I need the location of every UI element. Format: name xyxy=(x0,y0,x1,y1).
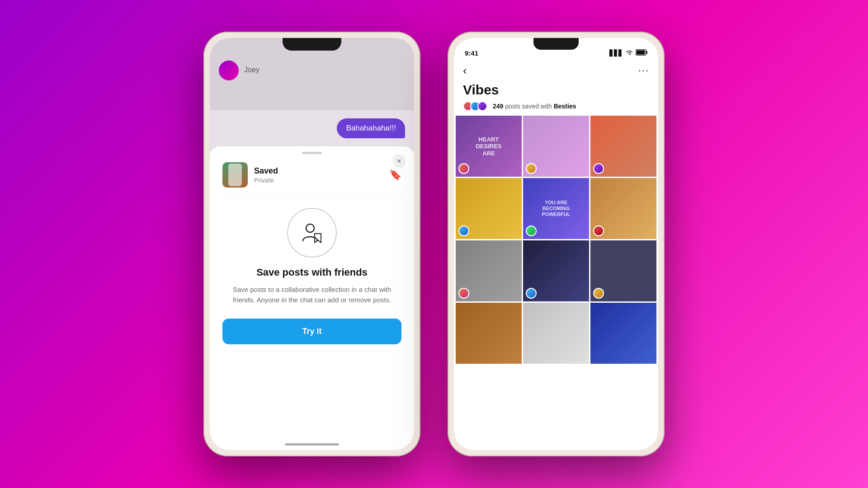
right-screen: 9:41 ▋▋▋ ‹ ··· Vibes xyxy=(454,38,658,450)
grid-cell-2 xyxy=(523,116,589,177)
back-button[interactable]: ‹ xyxy=(463,64,467,78)
modal-sheet: Saved Private 🔖 × xyxy=(210,146,414,450)
vibes-header: Vibes 249 posts saved with Besties xyxy=(454,80,658,116)
left-content: Joey Bahahahaha!!! Saved Priva xyxy=(210,38,414,450)
chat-contact-name: Joey xyxy=(244,66,259,74)
notch-left xyxy=(283,38,341,51)
svg-rect-3 xyxy=(637,51,645,55)
feature-icon-wrap xyxy=(287,208,337,258)
status-time: 9:41 xyxy=(465,49,478,57)
grid-avatar-9 xyxy=(593,288,604,299)
modal-heading: Save posts with friends xyxy=(256,267,368,278)
group-name: Besties xyxy=(554,103,576,110)
saved-title: Saved xyxy=(254,166,383,176)
vibes-title: Vibes xyxy=(463,82,649,98)
photo-grid: HEARTDESIRESARE YOU AREBECOMINGPOWERFUL xyxy=(454,116,658,450)
vibes-count: 249 posts saved with Besties xyxy=(493,103,576,110)
posts-label: posts saved with xyxy=(505,103,553,110)
grid-text-5: YOU AREBECOMINGPOWERFUL xyxy=(542,200,571,218)
more-button[interactable]: ··· xyxy=(638,65,649,76)
battery-icon xyxy=(636,49,647,57)
grid-cell-1: HEARTDESIRESARE xyxy=(456,116,522,177)
grid-avatar-7 xyxy=(458,288,469,299)
modal-description: Save posts to a collaborative collection… xyxy=(222,285,401,305)
grid-text-1: HEARTDESIRESARE xyxy=(476,136,501,157)
saved-info: Saved Private xyxy=(254,166,383,184)
chat-bubble: Bahahahaha!!! xyxy=(337,118,405,138)
try-it-button[interactable]: Try it xyxy=(222,319,401,344)
avatar-stack xyxy=(463,101,485,111)
saved-header: Saved Private 🔖 xyxy=(222,154,401,195)
phone-right: 9:41 ▋▋▋ ‹ ··· Vibes xyxy=(448,32,665,456)
grid-avatar-5 xyxy=(526,225,537,236)
grid-cell-6 xyxy=(590,178,656,239)
grid-cell-5: YOU AREBECOMINGPOWERFUL xyxy=(523,178,589,239)
grid-avatar-1 xyxy=(458,163,469,174)
saved-thumbnail xyxy=(222,162,248,188)
close-button[interactable]: × xyxy=(392,155,406,168)
saved-subtitle: Private xyxy=(254,177,383,184)
notch-right xyxy=(533,38,579,50)
grid-cell-10 xyxy=(456,303,522,364)
grid-avatar-6 xyxy=(593,225,604,236)
home-indicator-left xyxy=(285,443,339,446)
vibes-nav: ‹ ··· xyxy=(454,59,658,80)
saved-thumb-figure xyxy=(228,164,242,186)
grid-cell-11 xyxy=(523,303,589,364)
grid-avatar-4 xyxy=(458,225,469,236)
svg-point-0 xyxy=(306,224,314,232)
grid-cell-4 xyxy=(456,178,522,239)
signal-icon: ▋▋▋ xyxy=(609,50,623,56)
chat-avatar xyxy=(219,61,239,80)
grid-cell-9 xyxy=(590,240,656,301)
grid-cell-8 xyxy=(523,240,589,301)
post-count: 249 xyxy=(493,103,503,110)
phone-left: Joey Bahahahaha!!! Saved Priva xyxy=(203,32,420,456)
right-content: 9:41 ▋▋▋ ‹ ··· Vibes xyxy=(454,38,658,450)
grid-avatar-2 xyxy=(526,163,537,174)
grid-cell-7 xyxy=(456,240,522,301)
saved-thumb-bg xyxy=(222,162,248,188)
grid-cell-12 xyxy=(590,303,656,364)
wifi-icon xyxy=(626,50,633,56)
status-icons: ▋▋▋ xyxy=(609,49,647,57)
meta-avatar-3 xyxy=(477,101,487,111)
bookmark-icon: 🔖 xyxy=(389,169,401,181)
left-screen: Joey Bahahahaha!!! Saved Priva xyxy=(210,38,414,450)
grid-avatar-8 xyxy=(526,288,537,299)
save-with-friends-icon xyxy=(298,219,326,246)
svg-rect-2 xyxy=(646,51,648,54)
vibes-meta: 249 posts saved with Besties xyxy=(463,101,649,111)
grid-cell-3 xyxy=(590,116,656,177)
grid-avatar-3 xyxy=(593,163,604,174)
chat-bubble-wrap: Bahahahaha!!! xyxy=(210,110,414,146)
